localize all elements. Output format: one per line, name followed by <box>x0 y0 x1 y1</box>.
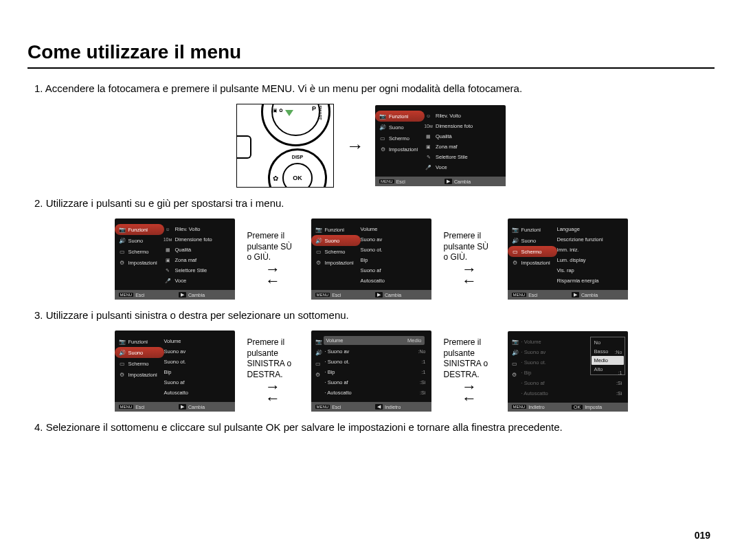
menu-item-impostazioni[interactable]: ⚙Impostazioni <box>311 257 361 268</box>
menu-item-schermo[interactable]: ▭Schermo <box>115 246 164 257</box>
gear-icon: ⚙ <box>315 371 321 378</box>
af-icon: ▣ <box>164 257 172 263</box>
menu-item-suono[interactable]: 🔊Suono <box>115 347 164 358</box>
menu-item-funzioni[interactable]: 📷Funzioni <box>311 224 361 235</box>
submenu-item[interactable]: · Suono av:No <box>325 346 426 357</box>
menu-item-suono[interactable]: 🔊Suono <box>508 235 557 246</box>
camera-icon: 📷 <box>512 339 519 346</box>
menu-item-funzioni: 📷 <box>508 337 521 348</box>
menu-item-schermo[interactable]: ▭ <box>311 358 325 369</box>
submenu-item: ☺Rilev. Volto <box>164 224 229 234</box>
menu-key-icon: MENU <box>315 293 330 297</box>
option-no[interactable]: No <box>592 338 624 347</box>
mode-dial-icon: SCENE SMART P ▣ ✿ <box>261 104 330 146</box>
menu-item-impostazioni[interactable]: ⚙Impostazioni <box>115 257 164 268</box>
menu-screen-funzioni: 📷Funzioni 🔊Suono ▭Schermo ⚙Impostazioni … <box>375 105 506 186</box>
step-3: 3. Utilizzare i pulsanti sinistra o dest… <box>34 309 715 321</box>
submenu-item: Lum. display <box>557 255 622 265</box>
submenu-item: Imm. iniz. <box>557 245 622 255</box>
gear-icon: ⚙ <box>512 259 519 266</box>
menu-item-funzioni[interactable]: 📷Funzioni <box>115 336 164 347</box>
option-alto[interactable]: Alto <box>592 365 624 374</box>
menu-item-suono[interactable]: 🔊Suono <box>115 235 164 246</box>
sound-icon: 🔊 <box>315 237 322 244</box>
dpad-disp-label: DISP <box>292 155 303 159</box>
dial-pointer-icon <box>285 110 293 116</box>
menu-item-funzioni[interactable]: 📷Funzioni <box>115 224 164 235</box>
menu-item-funzioni[interactable]: 📷Funzioni <box>508 224 557 235</box>
menu-item-suono[interactable]: 🔊 <box>311 347 325 358</box>
menu-item-suono[interactable]: 🔊Suono <box>311 235 361 246</box>
style-icon: ✎ <box>425 154 432 160</box>
submenu-item[interactable]: · Suono ot.:1 <box>325 357 426 367</box>
caption-updown: Premere il pulsante SÙ o GIÙ. <box>247 231 299 263</box>
dial-smart-label: SMART <box>317 105 322 120</box>
camera-icon: 📷 <box>119 338 126 345</box>
submenu-item: Autoscatto <box>164 388 229 398</box>
submenu-item: ▦Qualità <box>164 245 229 255</box>
arrow-right-icon <box>346 137 363 155</box>
menu-item-funzioni[interactable]: 📷 <box>311 336 325 347</box>
submenu-item: ✎Selettore Stile <box>425 152 500 162</box>
face-icon: ☺ <box>164 226 172 232</box>
menu-item-impostazioni[interactable]: ⚙ <box>311 369 325 380</box>
menu-screen-suono: 📷Funzioni 🔊Suono ▭Schermo ⚙Impostazioni … <box>311 219 431 300</box>
menu-key-icon: MENU <box>379 179 394 183</box>
dpad-icon: DISP OK ✿ <box>268 148 327 188</box>
submenu-item-faded: · Autoscatto:Sì <box>521 388 622 399</box>
face-icon: ☺ <box>425 113 432 119</box>
screen-icon: ▭ <box>119 248 126 255</box>
bottom-bar: MENUEsci ▶Cambia <box>375 177 506 186</box>
mic-icon: 🎤 <box>425 164 432 170</box>
ok-key-icon: OK <box>572 405 583 410</box>
bottom-bar: MENUIndietro OKImposta <box>508 403 628 412</box>
menu-screen-suono-values: 📷 🔊 ▭ ⚙ VolumeMedio · Suono av:No · Suon… <box>311 331 431 412</box>
screen-icon: ▭ <box>379 135 386 142</box>
submenu-header[interactable]: VolumeMedio <box>324 336 425 345</box>
menu-item-suono[interactable]: 🔊Suono <box>375 122 425 133</box>
submenu-item: Volume <box>361 224 426 234</box>
page-number: 019 <box>695 530 710 541</box>
menu-item-impostazioni[interactable]: ⚙Impostazioni <box>508 257 557 268</box>
caption-leftright: Premere il pulsante SINISTRA o DESTRA. <box>444 337 495 380</box>
menu-item-schermo[interactable]: ▭Schermo <box>375 133 425 144</box>
page-title: Come utilizzare il menu <box>27 41 715 69</box>
submenu-item: Autoscatto <box>361 276 426 286</box>
menu-item-schermo[interactable]: ▭Schermo <box>508 246 557 257</box>
menu-screen-schermo: 📷Funzioni 🔊Suono ▭Schermo ⚙Impostazioni … <box>508 219 628 300</box>
submenu-item[interactable]: · Bip:1 <box>325 367 426 377</box>
menu-screen-suono-left: 📷Funzioni 🔊Suono ▭Schermo ⚙Impostazioni … <box>115 331 235 412</box>
submenu-item: Suono af <box>164 377 229 388</box>
play-key-icon: ▶ <box>445 179 452 184</box>
submenu-item: Suono av <box>164 346 229 357</box>
menu-screen-volume-options: 📷 🔊 ▭ ⚙ · Volume · Suono av:No · Suono o… <box>508 331 628 412</box>
submenu-item: Descrizione funzioni <box>557 234 622 245</box>
submenu-item: Suono ot. <box>361 245 426 255</box>
menu-item-impostazioni[interactable]: ⚙Impostazioni <box>375 144 425 155</box>
bottom-bar: MENUEsci ◀Indietro <box>311 402 431 412</box>
menu-item-impostazioni[interactable]: ⚙Impostazioni <box>115 369 164 380</box>
menu-item-funzioni[interactable]: 📷Funzioni <box>375 111 425 122</box>
dpad-flower-icon: ✿ <box>273 175 278 182</box>
camera-icon: 📷 <box>512 226 519 233</box>
play-key-icon: ▶ <box>179 292 186 298</box>
gear-icon: ⚙ <box>315 259 322 266</box>
bottom-bar: MENUEsci ▶Cambia <box>115 290 235 300</box>
menu-item-schermo[interactable]: ▭Schermo <box>115 358 164 369</box>
option-medio[interactable]: Medio <box>592 356 624 365</box>
arrow-double-icon <box>444 263 495 287</box>
option-popup: No Basso Medio Alto <box>590 337 625 375</box>
submenu-item: 10мDimensione foto <box>164 234 229 245</box>
camera-illustration: SCENE SMART P ▣ ✿ DISP OK ✿ <box>236 104 334 188</box>
submenu-item[interactable]: · Suono af:Sì <box>325 377 426 388</box>
sound-icon: 🔊 <box>379 124 386 131</box>
gear-icon: ⚙ <box>119 371 126 378</box>
step-2: 2. Utilizzare i pulsanti su e giù per sp… <box>34 197 715 209</box>
size-icon: 10м <box>164 236 172 243</box>
size-icon: 10м <box>425 123 432 129</box>
option-basso[interactable]: Basso <box>592 347 624 356</box>
submenu-item[interactable]: · Autoscatto:Sì <box>325 388 426 398</box>
screen-icon: ▭ <box>315 360 321 367</box>
step-4: 4. Selezionare il sottomenu e cliccare s… <box>34 421 715 433</box>
menu-item-schermo[interactable]: ▭Schermo <box>311 246 361 257</box>
